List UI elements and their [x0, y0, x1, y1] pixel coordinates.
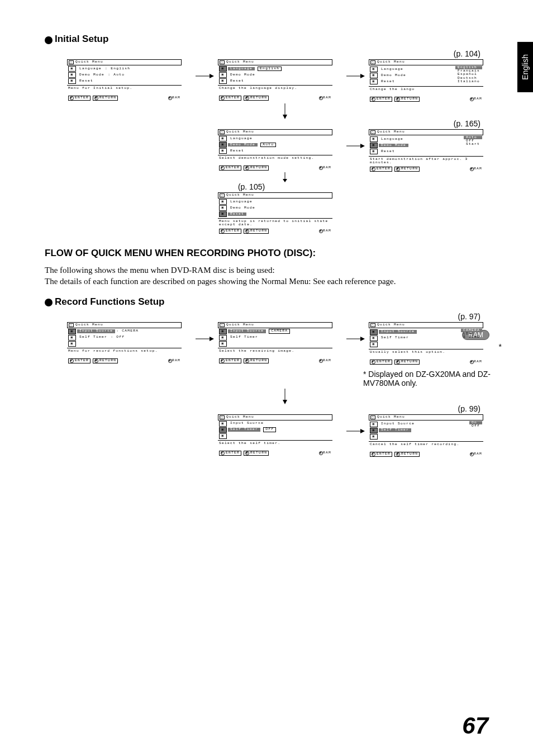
menu-title: Quick Menu	[226, 130, 254, 134]
page-ref-97: (p. 97)	[45, 312, 480, 321]
row-icon: ▣	[370, 428, 378, 433]
svg-marker-1	[210, 74, 214, 78]
menu-item-value: Off	[263, 427, 276, 432]
menu-record-3: ▢Quick Menu▣Input Source▣Self Timer▣CAME…	[369, 322, 492, 365]
enter-indicator: ▶ENTER	[68, 358, 91, 363]
language-tab: English	[517, 42, 533, 92]
menu-item-label: Language	[379, 138, 406, 141]
svg-marker-7	[360, 144, 365, 148]
return-indicator: ■RETURN	[93, 96, 118, 101]
menu-item-label: Reset	[228, 212, 246, 216]
enter-indicator: ▶ENTER	[219, 229, 241, 234]
flow-heading: FLOW OF QUICK MENU WHEN RECORDING PHOTO …	[45, 248, 488, 259]
menu-title: Quick Menu	[226, 323, 254, 327]
enter-indicator: ▶ENTER	[370, 167, 392, 172]
return-indicator: ■RETURN	[244, 358, 269, 363]
menu-item-value: : English	[105, 67, 130, 70]
menu-title: Quick Menu	[377, 60, 405, 64]
menu-item-label: Input Source	[379, 422, 417, 426]
row-icon: ▣	[370, 329, 378, 335]
row-icon: ▣	[219, 66, 227, 72]
enter-indicator: ▶ENTER	[219, 358, 241, 363]
menu-record-1: ▢Quick Menu▣Input Source : CAMERA▣Self T…	[67, 322, 190, 364]
option-item: S LINE	[461, 336, 482, 339]
menu-record-2: ▢Quick Menu▣Input SourceCAMERA▣Self Time…	[218, 322, 341, 364]
menu-item-value: CAMERA	[269, 329, 290, 333]
enter-indicator: ▶ENTER	[219, 451, 241, 456]
menu-item-label: Language	[228, 200, 255, 204]
menu-item-label: Demo Mode	[379, 144, 408, 147]
menu-title: Quick Menu	[75, 60, 103, 64]
menu-description: Cancel the self timer recording.	[370, 443, 482, 451]
menu-corner-icon: ▢	[370, 415, 375, 419]
row-icon: ▣	[68, 72, 76, 78]
menu-item-label: Demo Mode	[228, 143, 258, 147]
row-icon: ▣	[219, 211, 227, 217]
enter-indicator: ▶ENTER	[370, 97, 392, 102]
menu-item-label: Self Timer	[379, 428, 411, 432]
row-icon: ▣	[219, 341, 227, 347]
svg-marker-5	[283, 115, 287, 119]
menu-description: Menu for Initial setup.	[68, 87, 180, 94]
menu-initial-5: ▢Quick Menu▣Language▣Demo Mode▣ResetAuto…	[369, 129, 492, 172]
menu-corner-icon: ▢	[370, 130, 375, 134]
page-ref-99: (p. 99)	[45, 404, 480, 413]
initial-setup-heading: Initial Setup	[45, 34, 488, 45]
menu-item-label: Input Source	[228, 329, 266, 333]
row-icon: ▣	[370, 149, 378, 154]
option-item: Off	[469, 424, 482, 428]
menu-initial-1: ▢Quick Menu▣Language : English▣Demo Mode…	[67, 59, 190, 101]
menu-description: Change the language display.	[219, 87, 331, 94]
menu-description: Select the self timer.	[219, 442, 331, 450]
arrow-right-icon	[341, 59, 369, 93]
asterisk-marker: *	[499, 342, 502, 351]
row-icon: ▣	[370, 434, 378, 440]
disc-badge: ◉RAM	[470, 167, 482, 171]
enter-indicator: ▶ENTER	[370, 452, 392, 457]
return-indicator: ■RETURN	[93, 358, 118, 363]
return-indicator: ■RETURN	[244, 451, 269, 456]
menu-item-value: : Auto	[108, 73, 125, 77]
page-ref-105: (p. 105)	[190, 182, 313, 191]
disc-badge: ◉RAM	[319, 451, 331, 455]
menu-corner-icon: ▢	[69, 60, 74, 64]
row-icon: ▣	[219, 136, 227, 141]
bullet-icon	[45, 299, 53, 306]
disc-badge: ◉RAM	[319, 359, 331, 363]
menu-item-label: Self Timer	[228, 336, 260, 339]
menu-item-label: Language	[228, 137, 255, 140]
row-icon: ▣	[68, 341, 76, 347]
menu-corner-icon: ▢	[220, 60, 225, 64]
disc-badge: ◉RAM	[319, 96, 331, 100]
row-icon: ▣	[370, 136, 378, 142]
menu-description: Menu setup is returned to initial state …	[219, 220, 331, 228]
row-icon: ▣	[219, 421, 227, 427]
menu-title: Quick Menu	[75, 323, 103, 327]
menu-item-value: Auto	[260, 143, 276, 147]
row-icon: ▣	[68, 335, 76, 341]
menu-title: Quick Menu	[226, 60, 254, 64]
row-icon: ▣	[370, 67, 378, 72]
menu-corner-icon: ▢	[220, 130, 225, 134]
row-icon: ▣	[68, 329, 76, 334]
menu-title: Quick Menu	[226, 193, 254, 197]
svg-marker-17	[360, 429, 365, 433]
menu-item-label: Demo Mode	[77, 73, 107, 77]
menu-record-4: ▢Quick Menu▣Input Source▣Self TimerOff▣S…	[218, 414, 341, 456]
row-icon: ▣	[219, 335, 227, 341]
row-icon: ▣	[219, 199, 227, 205]
option-item: Start	[464, 143, 482, 146]
arrow-right-icon	[190, 322, 218, 356]
arrow-right-icon	[341, 414, 369, 448]
return-indicator: ■RETURN	[244, 96, 269, 101]
disc-badge: ◉RAM	[319, 166, 331, 170]
row-icon: ▣	[219, 427, 227, 433]
menu-initial-2: ▢Quick Menu▣LanguageEnglish▣Demo Mode▣Re…	[218, 59, 341, 101]
disc-badge: ◉RAM	[168, 96, 180, 100]
row-icon: ▣	[370, 336, 378, 341]
menu-item-value: English	[258, 67, 282, 71]
svg-marker-9	[283, 179, 287, 182]
arrow-right-icon	[190, 59, 218, 93]
arrow-down-icon	[279, 172, 488, 182]
menu-description: Change the langu	[370, 88, 482, 96]
